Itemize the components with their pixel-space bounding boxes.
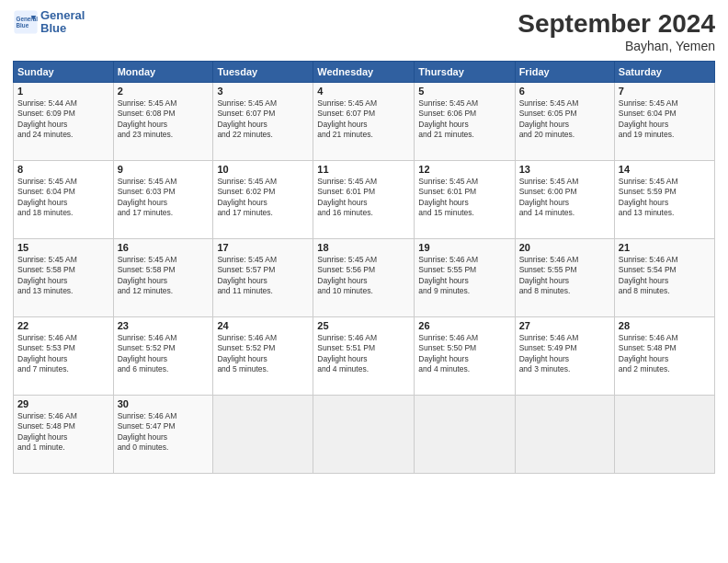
logo-text-general: General — [40, 9, 85, 22]
day-number: 6 — [519, 86, 610, 97]
calendar-week-3: 15 Sunrise: 5:45 AMSunset: 5:58 PMDaylig… — [14, 239, 715, 317]
calendar-cell: 7 Sunrise: 5:45 AMSunset: 6:04 PMDayligh… — [614, 83, 714, 161]
calendar-cell — [313, 396, 415, 474]
day-info: Sunrise: 5:45 AMSunset: 6:02 PMDaylight … — [217, 177, 277, 217]
day-number: 23 — [118, 320, 210, 331]
day-info: Sunrise: 5:45 AMSunset: 5:58 PMDaylight … — [17, 255, 77, 295]
day-info: Sunrise: 5:46 AMSunset: 5:48 PMDaylight … — [17, 411, 77, 452]
day-number: 3 — [217, 86, 309, 97]
day-number: 24 — [217, 320, 309, 331]
calendar-cell: 30 Sunrise: 5:46 AMSunset: 5:47 PMDaylig… — [113, 396, 213, 474]
calendar-cell: 21 Sunrise: 5:46 AMSunset: 5:54 PMDaylig… — [614, 239, 714, 317]
calendar-cell: 23 Sunrise: 5:46 AMSunset: 5:52 PMDaylig… — [113, 317, 213, 396]
calendar-cell: 13 Sunrise: 5:45 AMSunset: 6:00 PMDaylig… — [515, 161, 614, 239]
day-info: Sunrise: 5:45 AMSunset: 6:08 PMDaylight … — [118, 98, 177, 139]
day-number: 20 — [519, 242, 610, 253]
calendar-cell: 18 Sunrise: 5:45 AMSunset: 5:56 PMDaylig… — [313, 239, 415, 317]
day-info: Sunrise: 5:45 AMSunset: 5:59 PMDaylight … — [619, 177, 678, 217]
logo-text-blue: Blue — [40, 22, 85, 35]
calendar-cell: 26 Sunrise: 5:46 AMSunset: 5:50 PMDaylig… — [415, 317, 515, 396]
day-number: 18 — [317, 242, 410, 253]
svg-text:Blue: Blue — [17, 22, 29, 29]
day-info: Sunrise: 5:45 AMSunset: 6:07 PMDaylight … — [317, 98, 377, 139]
calendar-cell: 25 Sunrise: 5:46 AMSunset: 5:51 PMDaylig… — [313, 317, 415, 396]
day-header-monday: Monday — [113, 62, 213, 83]
calendar-body: 1 Sunrise: 5:44 AMSunset: 6:09 PMDayligh… — [14, 83, 715, 474]
header: General Blue General Blue September 2024… — [13, 9, 715, 53]
calendar-cell: 27 Sunrise: 5:46 AMSunset: 5:49 PMDaylig… — [515, 317, 614, 396]
calendar-cell: 20 Sunrise: 5:46 AMSunset: 5:55 PMDaylig… — [515, 239, 614, 317]
calendar-cell: 6 Sunrise: 5:45 AMSunset: 6:05 PMDayligh… — [515, 83, 614, 161]
day-number: 26 — [418, 320, 510, 331]
calendar-cell — [515, 396, 614, 474]
day-info: Sunrise: 5:45 AMSunset: 6:04 PMDaylight … — [17, 177, 77, 217]
day-info: Sunrise: 5:46 AMSunset: 5:51 PMDaylight … — [317, 333, 377, 373]
day-header-thursday: Thursday — [415, 62, 515, 83]
day-number: 11 — [317, 164, 410, 175]
day-info: Sunrise: 5:46 AMSunset: 5:55 PMDaylight … — [519, 255, 579, 295]
day-number: 25 — [317, 320, 410, 331]
day-info: Sunrise: 5:46 AMSunset: 5:52 PMDaylight … — [217, 333, 277, 373]
day-number: 28 — [619, 320, 711, 331]
day-number: 30 — [118, 398, 210, 409]
day-info: Sunrise: 5:46 AMSunset: 5:50 PMDaylight … — [418, 333, 478, 373]
calendar-week-2: 8 Sunrise: 5:45 AMSunset: 6:04 PMDayligh… — [14, 161, 715, 239]
day-info: Sunrise: 5:46 AMSunset: 5:54 PMDaylight … — [619, 255, 678, 295]
calendar-cell: 16 Sunrise: 5:45 AMSunset: 5:58 PMDaylig… — [113, 239, 213, 317]
day-number: 12 — [418, 164, 510, 175]
day-info: Sunrise: 5:45 AMSunset: 6:03 PMDaylight … — [118, 177, 177, 217]
day-info: Sunrise: 5:46 AMSunset: 5:48 PMDaylight … — [619, 333, 678, 373]
day-info: Sunrise: 5:46 AMSunset: 5:47 PMDaylight … — [118, 411, 177, 452]
day-info: Sunrise: 5:46 AMSunset: 5:53 PMDaylight … — [17, 333, 77, 373]
day-number: 5 — [418, 86, 510, 97]
day-info: Sunrise: 5:45 AMSunset: 6:01 PMDaylight … — [418, 177, 478, 217]
calendar-table: SundayMondayTuesdayWednesdayThursdayFrid… — [13, 61, 715, 474]
day-number: 4 — [317, 86, 410, 97]
calendar-cell: 14 Sunrise: 5:45 AMSunset: 5:59 PMDaylig… — [614, 161, 714, 239]
day-number: 8 — [17, 164, 109, 175]
day-number: 27 — [519, 320, 610, 331]
header-row: SundayMondayTuesdayWednesdayThursdayFrid… — [14, 62, 715, 83]
day-info: Sunrise: 5:46 AMSunset: 5:55 PMDaylight … — [418, 255, 478, 295]
day-number: 7 — [619, 86, 711, 97]
day-number: 13 — [519, 164, 610, 175]
day-number: 21 — [619, 242, 711, 253]
day-info: Sunrise: 5:45 AMSunset: 6:07 PMDaylight … — [217, 98, 277, 139]
location-title: Bayhan, Yemen — [518, 39, 715, 53]
logo-icon: General Blue — [13, 9, 39, 35]
calendar-cell: 5 Sunrise: 5:45 AMSunset: 6:06 PMDayligh… — [415, 83, 515, 161]
day-number: 16 — [118, 242, 210, 253]
day-header-sunday: Sunday — [14, 62, 114, 83]
day-info: Sunrise: 5:45 AMSunset: 6:04 PMDaylight … — [619, 98, 678, 139]
logo: General Blue General Blue — [13, 9, 85, 36]
day-header-saturday: Saturday — [614, 62, 714, 83]
calendar-cell: 11 Sunrise: 5:45 AMSunset: 6:01 PMDaylig… — [313, 161, 415, 239]
calendar-cell — [415, 396, 515, 474]
day-number: 29 — [17, 398, 109, 409]
day-number: 2 — [118, 86, 210, 97]
day-number: 9 — [118, 164, 210, 175]
calendar-cell: 8 Sunrise: 5:45 AMSunset: 6:04 PMDayligh… — [14, 161, 114, 239]
calendar-cell: 10 Sunrise: 5:45 AMSunset: 6:02 PMDaylig… — [213, 161, 313, 239]
calendar-cell: 17 Sunrise: 5:45 AMSunset: 5:57 PMDaylig… — [213, 239, 313, 317]
day-number: 17 — [217, 242, 309, 253]
calendar-cell: 22 Sunrise: 5:46 AMSunset: 5:53 PMDaylig… — [14, 317, 114, 396]
calendar-cell: 28 Sunrise: 5:46 AMSunset: 5:48 PMDaylig… — [614, 317, 714, 396]
calendar-cell: 24 Sunrise: 5:46 AMSunset: 5:52 PMDaylig… — [213, 317, 313, 396]
calendar-cell: 19 Sunrise: 5:46 AMSunset: 5:55 PMDaylig… — [415, 239, 515, 317]
day-header-tuesday: Tuesday — [213, 62, 313, 83]
calendar-week-4: 22 Sunrise: 5:46 AMSunset: 5:53 PMDaylig… — [14, 317, 715, 396]
calendar-cell: 4 Sunrise: 5:45 AMSunset: 6:07 PMDayligh… — [313, 83, 415, 161]
calendar-cell: 29 Sunrise: 5:46 AMSunset: 5:48 PMDaylig… — [14, 396, 114, 474]
calendar-cell: 12 Sunrise: 5:45 AMSunset: 6:01 PMDaylig… — [415, 161, 515, 239]
day-info: Sunrise: 5:45 AMSunset: 6:05 PMDaylight … — [519, 98, 579, 139]
day-number: 22 — [17, 320, 109, 331]
day-info: Sunrise: 5:46 AMSunset: 5:49 PMDaylight … — [519, 333, 579, 373]
day-number: 15 — [17, 242, 109, 253]
day-number: 10 — [217, 164, 309, 175]
calendar-header: SundayMondayTuesdayWednesdayThursdayFrid… — [14, 62, 715, 83]
calendar-cell: 9 Sunrise: 5:45 AMSunset: 6:03 PMDayligh… — [113, 161, 213, 239]
month-title: September 2024 — [518, 9, 715, 39]
day-info: Sunrise: 5:45 AMSunset: 5:56 PMDaylight … — [317, 255, 377, 295]
day-info: Sunrise: 5:45 AMSunset: 5:58 PMDaylight … — [118, 255, 177, 295]
